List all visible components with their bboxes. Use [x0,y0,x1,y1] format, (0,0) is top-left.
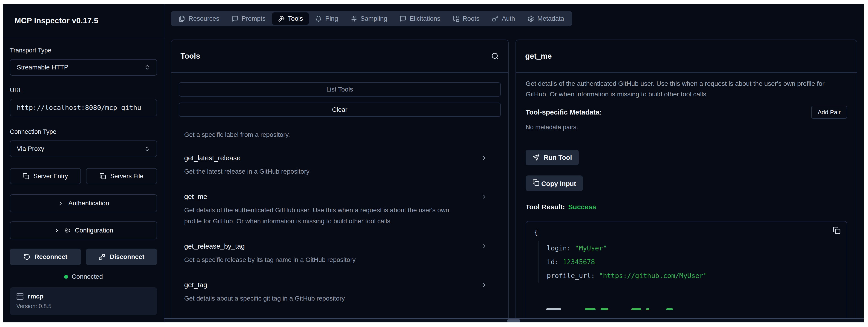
copy-icon [23,173,29,179]
transport-type-value: Streamable HTTP [17,64,68,71]
hash-icon [351,16,357,22]
tab-roots[interactable]: Roots [447,12,486,25]
hammer-icon [278,16,285,22]
detail-panel-header: get_me [516,40,857,73]
tools-body: List Tools Clear Get a specific label fr… [171,73,508,319]
list-tools-button[interactable]: List Tools [179,82,501,96]
tool-result-label: Tool Result: [526,203,565,211]
sidebar-header: MCP Inspector v0.17.5 [3,4,164,37]
tool-item-get-release-by-tag[interactable]: get_release_by_tag Get a specific releas… [184,242,495,265]
tool-item-get-latest-release[interactable]: get_latest_release Get the latest releas… [184,154,495,177]
folder-tree-icon [453,16,459,22]
sidebar-body: Transport Type Streamable HTTP URL http:… [3,37,164,315]
connection-type-select[interactable]: Via Proxy [10,141,157,157]
tab-auth[interactable]: Auth [486,12,521,25]
json-line-login: login: "MyUser" [547,241,839,255]
detail-panel-title: get_me [525,52,552,60]
metadata-label: Tool-specific Metadata: [526,108,602,116]
disconnect-button[interactable]: Disconnect [86,248,157,265]
tool-detail-panel: get_me Get details of the authenticated … [516,39,857,319]
chevron-right-icon [481,243,488,249]
send-icon [532,154,539,161]
sidebar: MCP Inspector v0.17.5 Transport Type Str… [3,4,164,322]
message-square-icon [400,16,406,22]
tab-sampling[interactable]: Sampling [345,12,394,25]
url-label: URL [10,87,157,94]
clear-button[interactable]: Clear [179,102,501,117]
tab-elicitations[interactable]: Elicitations [394,12,446,25]
authentication-label: Authentication [68,200,109,207]
servers-file-button[interactable]: Servers File [86,168,157,184]
run-tool-button[interactable]: Run Tool [526,150,579,165]
reconnect-button[interactable]: Reconnect [10,248,81,265]
result-json-viewer: { login: "MyUser" id: 12345678 p [526,221,847,319]
connected-dot [64,275,68,279]
connection-status: Connected [10,273,157,280]
clipped-json-line-sliver [546,308,839,310]
servers-file-label: Servers File [110,173,143,180]
tools-panel-header: Tools [171,40,508,73]
json-line-profile-url: profile_url: "https://github.com/MyUser" [547,269,839,283]
detail-body: Get details of the authenticated GitHub … [516,78,857,319]
server-entry-button[interactable]: Server Entry [10,168,81,184]
chevron-right-icon [481,155,488,161]
transport-type-select[interactable]: Streamable HTTP [10,59,157,76]
bell-icon [315,16,322,22]
unplug-icon [99,254,105,260]
chevrons-up-down-icon [144,146,150,152]
tool-item-get-tag[interactable]: get_tag Get details about a specific git… [184,281,495,304]
horizontal-scrollbar[interactable] [164,318,864,322]
content-area: Tools List Tools Clear Get a specific la… [171,39,857,319]
authentication-expander[interactable]: Authentication [10,194,157,212]
tools-caption: Get a specific label from a repository. [184,131,501,139]
chevrons-up-down-icon [144,64,150,70]
main-area: Resources Prompts Tools Ping Sampling El… [164,4,864,322]
tool-description: Get details of the authenticated GitHub … [526,78,847,99]
tab-prompts[interactable]: Prompts [226,12,272,25]
search-icon[interactable] [491,52,499,60]
gear-icon [527,16,534,22]
tab-tools[interactable]: Tools [272,12,309,25]
tool-result-status: Success [568,203,596,211]
connection-type-value: Via Proxy [17,145,44,152]
add-pair-button[interactable]: Add Pair [811,106,847,119]
server-entry-label: Server Entry [33,173,68,180]
server-info-card: rmcp Version: 0.8.5 [10,287,157,315]
chevron-right-icon [58,200,64,206]
tools-panel-title: Tools [181,52,200,60]
key-icon [492,16,498,22]
copy-result-icon[interactable] [833,227,841,234]
tab-resources[interactable]: Resources [173,12,225,25]
tool-item-get-me[interactable]: get_me Get details of the authenticated … [184,193,495,227]
disconnect-label: Disconnect [110,253,145,261]
gear-icon [64,228,70,233]
chevron-right-icon [481,194,488,200]
app-title: MCP Inspector v0.17.5 [14,16,98,25]
configuration-expander[interactable]: Configuration [10,221,157,239]
json-open-brace: { [534,228,839,238]
connected-text: Connected [72,273,103,280]
no-metadata-text: No metadata pairs. [526,124,847,131]
copy-icon [99,173,106,179]
rotate-ccw-icon [24,254,30,260]
server-icon [16,293,24,300]
tab-metadata[interactable]: Metadata [522,12,570,25]
url-value: http://localhost:8080/mcp-githu [17,104,141,112]
tools-panel: Tools List Tools Clear Get a specific la… [171,39,508,319]
server-version: Version: 0.8.5 [16,303,151,309]
app-window: MCP Inspector v0.17.5 Transport Type Str… [3,4,864,322]
connection-type-label: Connection Type [10,128,157,136]
url-input[interactable]: http://localhost:8080/mcp-githu [10,99,157,116]
chevron-right-icon [481,282,488,288]
reconnect-label: Reconnect [34,253,67,261]
message-square-icon [232,16,239,22]
configuration-label: Configuration [75,227,113,234]
nav-tabs: Resources Prompts Tools Ping Sampling El… [171,11,572,26]
copy-input-button[interactable]: Copy Input [526,175,583,191]
chevron-right-icon [54,228,60,233]
tab-ping[interactable]: Ping [309,12,344,25]
horizontal-scrollbar-thumb[interactable] [507,319,520,322]
files-icon [179,16,185,22]
tool-result-row: Tool Result: Success [526,203,847,211]
json-body: login: "MyUser" id: 12345678 profile_url… [538,241,839,283]
